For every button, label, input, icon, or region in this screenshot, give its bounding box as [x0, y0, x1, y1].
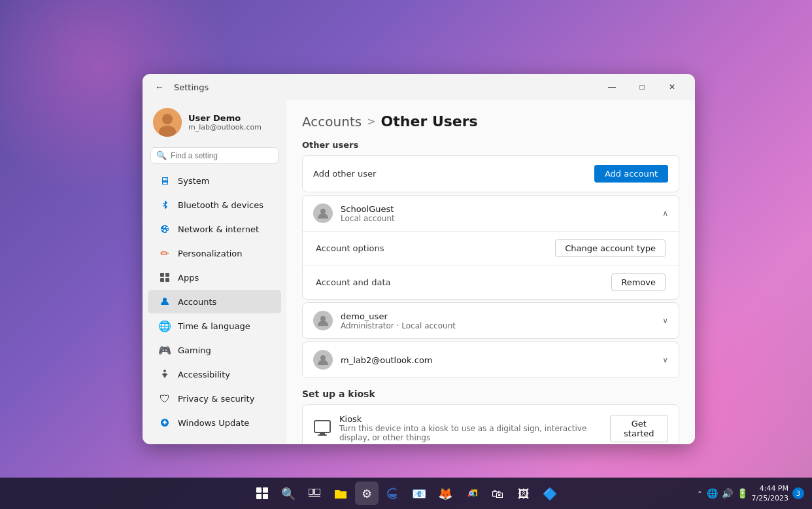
start-button[interactable] [250, 482, 274, 505]
account-data-label: Account and data [316, 277, 391, 287]
remove-button[interactable]: Remove [611, 273, 666, 291]
sidebar-item-personalization[interactable]: ✏️ Personalization [148, 241, 281, 265]
sidebar-item-accessibility[interactable]: Accessibility [148, 362, 281, 386]
change-account-type-button[interactable]: Change account type [555, 239, 666, 257]
close-button[interactable]: ✕ [657, 77, 687, 97]
back-button[interactable]: ← [150, 78, 169, 96]
notification-badge[interactable]: 3 [792, 487, 804, 499]
store-button[interactable]: 🛍 [486, 482, 509, 505]
taskbar: 🔍 ⚙️ 📧 🦊 [0, 478, 812, 509]
sidebar-item-network[interactable]: Network & internet [148, 217, 281, 241]
svg-rect-14 [318, 434, 327, 436]
minimize-button[interactable]: — [597, 77, 627, 97]
user-card-header-mlab2[interactable]: m_lab2@outlook.com ∨ [303, 342, 679, 377]
svg-rect-19 [256, 494, 262, 499]
kiosk-info: Kiosk Turn this device into a kiosk to u… [339, 414, 610, 442]
user-sub-schoolguest: Local account [341, 214, 395, 223]
search-button[interactable]: 🔍 [277, 482, 300, 505]
network-icon[interactable]: 🌐 [707, 488, 718, 499]
svg-rect-20 [263, 494, 268, 499]
bluetooth-icon [158, 198, 171, 211]
chevron-up-icon: ∧ [662, 209, 668, 218]
sidebar-item-gaming[interactable]: 🎮 Gaming [148, 338, 281, 362]
mail-button[interactable]: 📧 [407, 482, 431, 505]
sidebar-item-bluetooth[interactable]: Bluetooth & devices [148, 193, 281, 217]
accounts-icon [158, 295, 171, 308]
sidebar-item-system[interactable]: 🖥 System [148, 169, 281, 192]
chevron-down-icon-mlab2: ∨ [662, 355, 668, 364]
get-started-button[interactable]: Get started [610, 415, 668, 442]
sidebar-item-label-apps: Apps [178, 273, 199, 283]
sidebar-item-apps[interactable]: Apps [148, 266, 281, 289]
file-explorer-button[interactable] [329, 482, 352, 505]
chrome-button[interactable] [460, 482, 483, 505]
sidebar-item-label-network: Network & internet [178, 224, 259, 234]
sidebar-item-privacy[interactable]: 🛡 Privacy & security [148, 387, 281, 410]
breadcrumb-current: Other Users [381, 113, 478, 130]
svg-point-10 [320, 316, 326, 321]
sidebar-item-label-gaming: Gaming [178, 345, 211, 355]
update-icon [158, 416, 171, 429]
user-info: User Demo m_lab@outlook.com [188, 113, 262, 132]
breadcrumb: Accounts > Other Users [302, 113, 679, 130]
maximize-button[interactable]: □ [627, 77, 657, 97]
user-name-schoolguest: SchoolGuest [341, 204, 395, 214]
svg-point-9 [320, 209, 326, 214]
edge-button[interactable] [381, 482, 405, 505]
add-account-button[interactable]: Add account [594, 165, 668, 183]
svg-point-11 [320, 355, 326, 360]
svg-rect-17 [256, 487, 262, 493]
user-avatar-demo [313, 311, 333, 330]
extra-app-button[interactable]: 🔷 [538, 482, 562, 505]
sidebar-item-accounts[interactable]: Accounts [148, 290, 281, 313]
nav-list: 🖥 System Bluetooth & devices [143, 169, 286, 434]
user-profile[interactable]: User Demo m_lab@outlook.com [143, 100, 286, 147]
time-display: 4:44 PM [752, 483, 788, 493]
user-list: SchoolGuest Local account ∧ Account opti… [302, 195, 679, 378]
user-card-demo-user: demo_user Administrator · Local account … [302, 302, 679, 339]
svg-rect-22 [314, 489, 320, 495]
user-sub-demo: Administrator · Local account [341, 321, 456, 330]
kiosk-icon [313, 418, 331, 439]
network-icon [158, 222, 171, 236]
user-name-mlab2: m_lab2@outlook.com [341, 355, 433, 365]
battery-icon[interactable]: 🔋 [737, 488, 748, 499]
search-box[interactable]: 🔍 [150, 147, 279, 164]
user-card-header-demo[interactable]: demo_user Administrator · Local account … [303, 303, 679, 338]
apps-icon [158, 271, 171, 284]
sidebar: User Demo m_lab@outlook.com 🔍 🖥 System [143, 100, 286, 444]
breadcrumb-parent[interactable]: Accounts [302, 114, 362, 130]
window-controls: — □ ✕ [597, 77, 687, 97]
firefox-button[interactable]: 🦊 [433, 482, 457, 505]
user-card-info-mlab2: m_lab2@outlook.com [341, 355, 433, 365]
task-view-button[interactable] [303, 482, 326, 505]
sidebar-item-label-system: System [178, 176, 209, 186]
user-card-header-schoolguest[interactable]: SchoolGuest Local account ∧ [303, 196, 679, 232]
settings-button[interactable]: ⚙️ [355, 482, 379, 505]
sidebar-item-update[interactable]: Windows Update [148, 411, 281, 434]
user-card-left: SchoolGuest Local account [313, 203, 395, 223]
time-icon: 🌐 [158, 319, 171, 332]
user-email: m_lab@outlook.com [188, 123, 262, 132]
svg-rect-3 [160, 273, 164, 277]
user-card-info-schoolguest: SchoolGuest Local account [341, 204, 395, 223]
volume-icon[interactable]: 🔊 [722, 488, 733, 499]
search-input[interactable] [171, 151, 273, 160]
window-body: User Demo m_lab@outlook.com 🔍 🖥 System [143, 100, 695, 444]
titlebar: ← Settings — □ ✕ [143, 74, 695, 100]
sidebar-item-label-accessibility: Accessibility [178, 370, 230, 379]
photos-button[interactable]: 🖼 [512, 482, 535, 505]
svg-rect-5 [160, 278, 164, 282]
personalization-icon: ✏️ [158, 247, 171, 260]
gaming-icon: 🎮 [158, 343, 171, 357]
user-name-demo: demo_user [341, 311, 456, 321]
taskbar-time[interactable]: 4:44 PM 7/25/2023 [752, 483, 788, 504]
kiosk-card: Kiosk Turn this device into a kiosk to u… [302, 404, 679, 444]
window-title: Settings [174, 82, 597, 92]
chevron-down-icon-demo: ∨ [662, 316, 668, 325]
sidebar-item-time[interactable]: 🌐 Time & language [148, 314, 281, 338]
main-content: Accounts > Other Users Other users Add o… [286, 100, 695, 444]
svg-rect-18 [263, 487, 268, 493]
svg-point-26 [470, 492, 473, 495]
system-tray-expand[interactable]: ⌃ [697, 490, 702, 497]
